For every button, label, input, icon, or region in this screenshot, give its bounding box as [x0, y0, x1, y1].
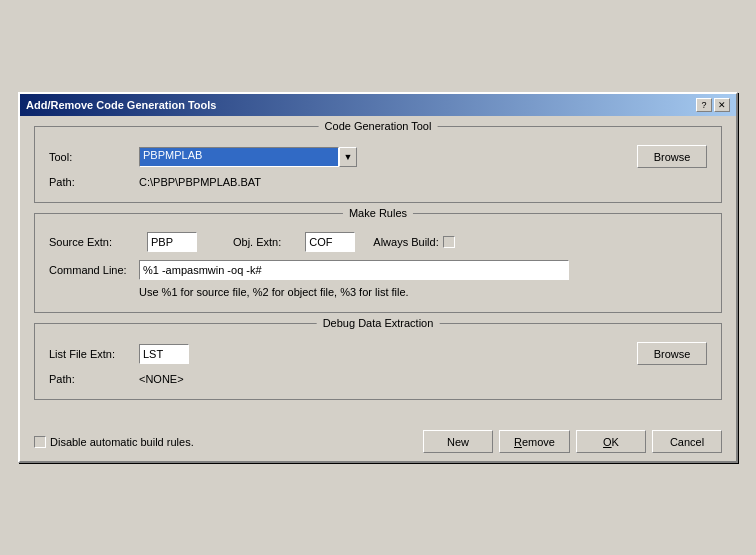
- remove-u-icon: R: [514, 436, 522, 448]
- always-build-group: Always Build:: [373, 236, 454, 248]
- debug-path-row: Path: <NONE>: [49, 373, 707, 385]
- titlebar-buttons: ? ✕: [696, 98, 730, 112]
- command-line-label: Command Line:: [49, 264, 139, 276]
- bottom-bar: Disable automatic build rules. New Remov…: [20, 424, 736, 461]
- debug-path-value: <NONE>: [139, 373, 184, 385]
- bottom-left: Disable automatic build rules.: [34, 436, 194, 448]
- command-line-input[interactable]: [139, 260, 569, 280]
- close-button[interactable]: ✕: [714, 98, 730, 112]
- titlebar: Add/Remove Code Generation Tools ? ✕: [20, 94, 736, 116]
- make-rules-section: Make Rules Source Extn: Obj. Extn: Alway…: [34, 213, 722, 313]
- cancel-button-label: Cancel: [670, 436, 704, 448]
- code-generation-tool-section: Code Generation Tool Tool: PBPMPLAB ▼ Br…: [34, 126, 722, 203]
- code-tool-path-row: Path: C:\PBP\PBPMPLAB.BAT: [49, 176, 707, 188]
- window-content: Code Generation Tool Tool: PBPMPLAB ▼ Br…: [20, 116, 736, 424]
- code-tool-path-label: Path:: [49, 176, 139, 188]
- new-button[interactable]: New: [423, 430, 493, 453]
- debug-browse-button[interactable]: Browse: [637, 342, 707, 365]
- make-rules-legend: Make Rules: [343, 207, 413, 219]
- new-button-label: New: [447, 436, 469, 448]
- dropdown-arrow-icon: ▼: [344, 152, 353, 162]
- ok-u-icon: O: [603, 436, 612, 448]
- tool-row: Tool: PBPMPLAB ▼ Browse: [49, 145, 707, 168]
- ok-button-label-rest: K: [612, 436, 619, 448]
- command-line-row: Command Line:: [49, 260, 707, 280]
- tool-dropdown-input[interactable]: PBPMPLAB: [139, 147, 339, 167]
- debug-data-legend: Debug Data Extraction: [317, 317, 440, 329]
- source-extn-input[interactable]: [147, 232, 197, 252]
- obj-extn-label: Obj. Extn:: [233, 236, 281, 248]
- disable-auto-build-label: Disable automatic build rules.: [50, 436, 194, 448]
- window-title: Add/Remove Code Generation Tools: [26, 99, 217, 111]
- obj-extn-input[interactable]: [305, 232, 355, 252]
- code-tool-browse-button[interactable]: Browse: [637, 145, 707, 168]
- main-window: Add/Remove Code Generation Tools ? ✕ Cod…: [18, 92, 738, 463]
- source-extn-label: Source Extn:: [49, 236, 139, 248]
- make-rules-top-row: Source Extn: Obj. Extn: Always Build:: [49, 232, 707, 252]
- remove-button[interactable]: Remove: [499, 430, 570, 453]
- list-file-extn-input[interactable]: [139, 344, 189, 364]
- ok-button[interactable]: OK: [576, 430, 646, 453]
- cancel-button[interactable]: Cancel: [652, 430, 722, 453]
- code-tool-path-value: C:\PBP\PBPMPLAB.BAT: [139, 176, 261, 188]
- list-file-extn-row: List File Extn: Browse: [49, 342, 707, 365]
- debug-path-label: Path:: [49, 373, 139, 385]
- help-button[interactable]: ?: [696, 98, 712, 112]
- always-build-label: Always Build:: [373, 236, 438, 248]
- remove-button-label-rest: emove: [522, 436, 555, 448]
- list-file-extn-label: List File Extn:: [49, 348, 139, 360]
- disable-auto-build-checkbox[interactable]: [34, 436, 46, 448]
- bottom-buttons: New Remove OK Cancel: [423, 430, 722, 453]
- tool-dropdown-btn[interactable]: ▼: [339, 147, 357, 167]
- command-line-hint: Use %1 for source file, %2 for object fi…: [49, 286, 707, 298]
- tool-label: Tool:: [49, 151, 139, 163]
- always-build-checkbox[interactable]: [443, 236, 455, 248]
- tool-dropdown-wrapper: PBPMPLAB ▼: [139, 147, 357, 167]
- debug-data-extraction-section: Debug Data Extraction List File Extn: Br…: [34, 323, 722, 400]
- code-generation-tool-legend: Code Generation Tool: [319, 120, 438, 132]
